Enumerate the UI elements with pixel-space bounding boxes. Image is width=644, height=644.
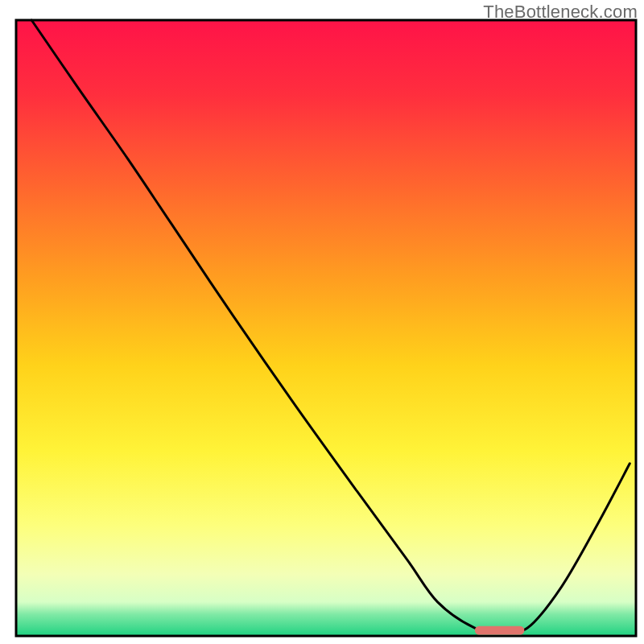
chart-stage: TheBottleneck.com (0, 0, 644, 644)
bottleneck-chart (0, 0, 644, 644)
gradient-panel (16, 20, 636, 636)
watermark-text: TheBottleneck.com (483, 2, 638, 23)
optimal-marker (475, 626, 525, 635)
